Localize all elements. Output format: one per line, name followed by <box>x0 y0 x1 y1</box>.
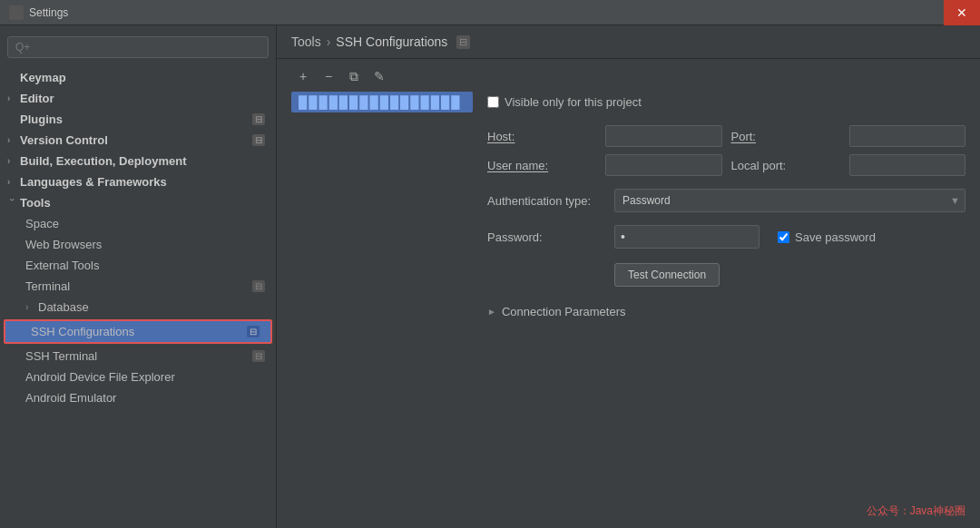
breadcrumb-separator: › <box>327 34 331 49</box>
sidebar-item-label: Languages & Frameworks <box>20 175 167 189</box>
watermark: 公众号：Java神秘圈 <box>867 504 965 519</box>
visible-only-label: Visible only for this project <box>505 95 642 109</box>
breadcrumb-current: SSH Configurations <box>336 34 447 49</box>
sidebar-item-android-emulator[interactable]: Android Emulator <box>0 387 276 408</box>
arrow-icon: › <box>7 93 16 103</box>
breadcrumb-badge: ⊟ <box>456 35 470 49</box>
sidebar-item-label: Database <box>38 300 89 314</box>
connection-params-label: Connection Parameters <box>502 305 626 318</box>
username-label: User name: <box>487 159 596 172</box>
sidebar-item-languages-frameworks[interactable]: › Languages & Frameworks <box>0 171 276 192</box>
connection-params-row[interactable]: ► Connection Parameters <box>487 299 965 324</box>
config-list-item[interactable]: ████████████████ <box>291 92 473 112</box>
sidebar-item-database[interactable]: › Database <box>0 297 276 318</box>
visible-only-checkbox[interactable] <box>487 96 499 108</box>
sidebar-item-label: Android Emulator <box>25 391 116 405</box>
password-label: Password: <box>487 230 605 244</box>
search-box[interactable] <box>7 36 269 58</box>
sidebar-item-label: SSH Configurations <box>31 325 134 338</box>
test-connection-wrapper: Test Connection <box>487 263 965 296</box>
sidebar-item-label: Version Control <box>20 133 108 147</box>
sidebar-item-label: Space <box>25 217 59 230</box>
local-port-input[interactable] <box>849 154 966 176</box>
sidebar-item-android-device-file-explorer[interactable]: Android Device File Explorer <box>0 367 276 387</box>
search-input[interactable] <box>15 41 260 54</box>
main-container: Keymap › Editor Plugins ⊟ › Version Cont… <box>0 25 980 528</box>
username-input[interactable] <box>605 154 722 176</box>
sidebar-item-label: External Tools <box>25 259 99 272</box>
local-port-label: Local port: <box>731 159 840 172</box>
sidebar-item-tools[interactable]: › Tools <box>0 192 276 213</box>
host-label: Host: <box>487 130 596 143</box>
sidebar-item-external-tools[interactable]: External Tools <box>0 255 276 276</box>
copy-button[interactable]: ⧉ <box>342 66 366 86</box>
sidebar-item-plugins[interactable]: Plugins ⊟ <box>0 109 276 130</box>
form-grid: Host: Port: User name: Local port: <box>487 125 965 176</box>
config-item-name: ████████████████ <box>299 95 461 109</box>
sidebar-item-label: Editor <box>20 92 54 105</box>
sidebar-item-label: Plugins <box>20 112 63 126</box>
sidebar-item-label: Build, Execution, Deployment <box>20 154 186 168</box>
title-bar: Settings ✕ <box>0 0 980 25</box>
save-password-row: Save password <box>778 230 876 244</box>
arrow-icon: › <box>25 302 34 312</box>
sidebar-item-build-execution[interactable]: › Build, Execution, Deployment <box>0 151 276 171</box>
port-label: Port: <box>731 130 840 143</box>
app-icon <box>9 5 24 20</box>
visible-only-row: Visible only for this project <box>487 95 965 109</box>
port-input[interactable] <box>849 125 966 147</box>
title-bar-text: Settings <box>29 6 68 19</box>
remove-button[interactable]: − <box>317 66 340 86</box>
save-password-label: Save password <box>795 230 876 244</box>
sidebar-item-label: Web Browsers <box>25 238 102 251</box>
badge-icon: ⊟ <box>247 326 260 337</box>
sidebar-item-ssh-terminal[interactable]: SSH Terminal ⊟ <box>0 346 276 367</box>
sidebar-item-web-browsers[interactable]: Web Browsers <box>0 234 276 255</box>
test-connection-label: Test Connection <box>628 269 706 281</box>
sidebar-item-keymap[interactable]: Keymap <box>0 67 276 88</box>
sidebar-item-ssh-configurations[interactable]: SSH Configurations ⊟ <box>5 321 270 342</box>
toolbar: + − ⧉ ✎ <box>291 66 473 86</box>
sidebar-item-label: Terminal <box>25 279 70 293</box>
breadcrumb-parent: Tools <box>291 34 321 49</box>
content-area: Tools › SSH Configurations ⊟ + − ⧉ ✎ ███… <box>277 25 980 528</box>
edit-button[interactable]: ✎ <box>368 66 391 86</box>
arrow-icon: › <box>7 135 16 145</box>
sidebar-item-label: Tools <box>20 196 51 210</box>
save-password-checkbox[interactable] <box>778 231 789 243</box>
sidebar-item-editor[interactable]: › Editor <box>0 88 276 109</box>
sidebar: Keymap › Editor Plugins ⊟ › Version Cont… <box>0 25 277 528</box>
sidebar-item-version-control[interactable]: › Version Control ⊟ <box>0 130 276 151</box>
password-input[interactable] <box>614 225 760 249</box>
badge-icon: ⊟ <box>252 134 265 146</box>
badge-icon: ⊟ <box>252 280 265 292</box>
arrow-icon: › <box>7 177 16 187</box>
sidebar-item-label: SSH Terminal <box>25 349 97 363</box>
test-connection-button[interactable]: Test Connection <box>614 263 720 287</box>
badge-icon: ⊟ <box>252 350 265 362</box>
host-input[interactable] <box>605 125 722 147</box>
sidebar-item-terminal[interactable]: Terminal ⊟ <box>0 276 276 297</box>
add-button[interactable]: + <box>291 66 315 86</box>
auth-type-label: Authentication type: <box>487 194 605 208</box>
password-row: Password: Save password <box>487 225 965 249</box>
sidebar-item-space[interactable]: Space <box>0 213 276 234</box>
close-button[interactable]: ✕ <box>944 0 980 25</box>
auth-type-row: Authentication type: Password Key pair O… <box>487 189 965 212</box>
auth-type-wrapper: Password Key pair OpenSSH config and aut… <box>614 189 965 212</box>
auth-type-select[interactable]: Password Key pair OpenSSH config and aut… <box>614 189 965 212</box>
expand-arrow-icon: ► <box>487 307 496 317</box>
breadcrumb: Tools › SSH Configurations ⊟ <box>277 25 980 59</box>
arrow-icon: › <box>7 156 16 166</box>
sidebar-item-label: Android Device File Explorer <box>25 370 175 384</box>
sidebar-item-label: Keymap <box>20 71 66 84</box>
arrow-down-icon: › <box>7 199 17 208</box>
badge-icon: ⊟ <box>252 113 265 125</box>
